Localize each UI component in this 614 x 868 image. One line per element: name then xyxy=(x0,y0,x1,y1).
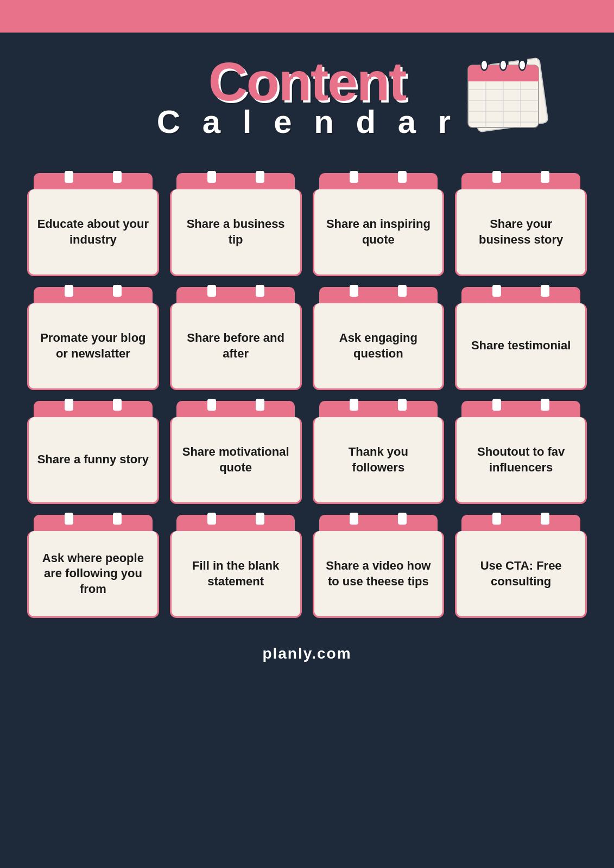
card-top-11 xyxy=(319,401,438,417)
card-2: Share a business tip xyxy=(170,173,302,276)
card-top-6 xyxy=(176,287,295,303)
ring-left-14 xyxy=(207,513,216,525)
svg-point-10 xyxy=(501,61,506,69)
card-top-16 xyxy=(461,515,580,531)
ring-right-10 xyxy=(256,399,264,411)
card-9: Share a funny story xyxy=(27,401,159,504)
ring-right-15 xyxy=(398,513,407,525)
card-12: Shoutout to fav influencers xyxy=(455,401,587,504)
card-top-8 xyxy=(461,287,580,303)
svg-point-12 xyxy=(520,61,525,69)
ring-left-15 xyxy=(350,513,358,525)
ring-left-6 xyxy=(207,285,216,297)
card-text-7: Ask engaging question xyxy=(322,330,435,361)
card-body-1: Educate about your industry xyxy=(27,189,159,276)
card-body-13: Ask where people are following you from xyxy=(27,531,159,618)
ring-left-13 xyxy=(65,513,73,525)
title-container: Content C a l e n d a r xyxy=(157,54,457,141)
card-text-11: Thank you followers xyxy=(322,444,435,475)
ring-right-5 xyxy=(113,285,122,297)
card-body-14: Fill in the blank statement xyxy=(170,531,302,618)
card-10: Share motivational quote xyxy=(170,401,302,504)
card-top-9 xyxy=(34,401,152,417)
card-text-4: Share your business story xyxy=(465,216,577,247)
ring-right-9 xyxy=(113,399,122,411)
card-body-8: Share testimonial xyxy=(455,303,587,390)
top-bar xyxy=(0,0,614,33)
footer-text: planly.com xyxy=(262,645,351,662)
card-text-6: Share before and after xyxy=(180,330,292,361)
card-body-5: Promate your blog or newslatter xyxy=(27,303,159,390)
card-top-12 xyxy=(461,401,580,417)
ring-right-11 xyxy=(398,399,407,411)
card-text-8: Share testimonial xyxy=(471,338,571,354)
ring-right-3 xyxy=(398,171,407,183)
card-text-10: Share motivational quote xyxy=(180,444,292,475)
ring-right-13 xyxy=(113,513,122,525)
subtitle: C a l e n d a r xyxy=(157,103,457,141)
ring-left-11 xyxy=(350,399,358,411)
card-1: Educate about your industry xyxy=(27,173,159,276)
card-text-15: Share a video how to use theese tips xyxy=(322,558,435,589)
card-15: Share a video how to use theese tips xyxy=(313,515,445,618)
header: Content C a l e n d a r xyxy=(0,33,614,151)
card-text-2: Share a business tip xyxy=(180,216,292,247)
card-top-5 xyxy=(34,287,152,303)
svg-rect-6 xyxy=(468,73,539,81)
card-top-7 xyxy=(319,287,438,303)
card-top-2 xyxy=(176,173,295,189)
card-body-2: Share a business tip xyxy=(170,189,302,276)
ring-right-7 xyxy=(398,285,407,297)
ring-left-16 xyxy=(492,513,501,525)
card-body-12: Shoutout to fav influencers xyxy=(455,417,587,504)
card-top-13 xyxy=(34,515,152,531)
card-11: Thank you followers xyxy=(313,401,445,504)
card-top-15 xyxy=(319,515,438,531)
ring-right-12 xyxy=(541,399,549,411)
card-text-1: Educate about your industry xyxy=(37,216,149,247)
svg-point-8 xyxy=(482,61,487,69)
ring-right-4 xyxy=(541,171,549,183)
card-body-10: Share motivational quote xyxy=(170,417,302,504)
card-8: Share testimonial xyxy=(455,287,587,390)
ring-right-14 xyxy=(256,513,264,525)
card-3: Share an inspiring quote xyxy=(313,173,445,276)
ring-left-4 xyxy=(492,171,501,183)
ring-right-16 xyxy=(541,513,549,525)
card-top-10 xyxy=(176,401,295,417)
card-body-16: Use CTA: Free consulting xyxy=(455,531,587,618)
card-16: Use CTA: Free consulting xyxy=(455,515,587,618)
card-6: Share before and after xyxy=(170,287,302,390)
card-text-3: Share an inspiring quote xyxy=(322,216,435,247)
ring-left-10 xyxy=(207,399,216,411)
card-text-16: Use CTA: Free consulting xyxy=(465,558,577,589)
calendar-icon xyxy=(457,49,555,136)
ring-left-12 xyxy=(492,399,501,411)
card-body-4: Share your business story xyxy=(455,189,587,276)
card-body-3: Share an inspiring quote xyxy=(313,189,445,276)
ring-left-2 xyxy=(207,171,216,183)
card-top-1 xyxy=(34,173,152,189)
card-body-11: Thank you followers xyxy=(313,417,445,504)
ring-right-1 xyxy=(113,171,122,183)
ring-right-6 xyxy=(256,285,264,297)
card-5: Promate your blog or newslatter xyxy=(27,287,159,390)
ring-right-8 xyxy=(541,285,549,297)
ring-right-2 xyxy=(256,171,264,183)
cards-grid: Educate about your industry Share a busi… xyxy=(0,157,614,634)
card-4: Share your business story xyxy=(455,173,587,276)
card-text-13: Ask where people are following you from xyxy=(37,551,149,597)
card-top-4 xyxy=(461,173,580,189)
card-14: Fill in the blank statement xyxy=(170,515,302,618)
ring-left-8 xyxy=(492,285,501,297)
ring-left-3 xyxy=(350,171,358,183)
card-body-6: Share before and after xyxy=(170,303,302,390)
card-body-15: Share a video how to use theese tips xyxy=(313,531,445,618)
ring-left-5 xyxy=(65,285,73,297)
ring-left-1 xyxy=(65,171,73,183)
card-top-14 xyxy=(176,515,295,531)
card-body-7: Ask engaging question xyxy=(313,303,445,390)
ring-left-9 xyxy=(65,399,73,411)
ring-left-7 xyxy=(350,285,358,297)
footer: planly.com xyxy=(0,634,614,673)
